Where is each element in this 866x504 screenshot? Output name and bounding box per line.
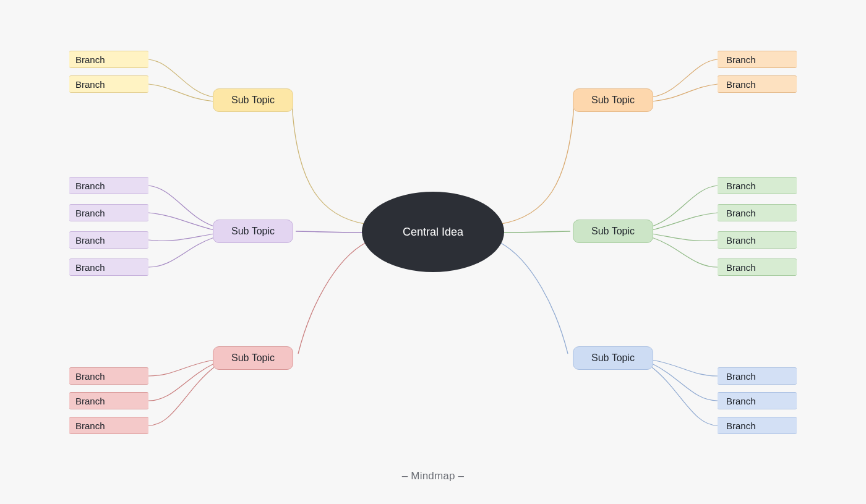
branch-node[interactable]: Branch (718, 51, 797, 68)
branch-node[interactable]: Branch (718, 204, 797, 221)
sub-topic-node[interactable]: Sub Topic (213, 88, 293, 112)
branch-node[interactable]: Branch (69, 392, 148, 409)
sub-topic-node[interactable]: Sub Topic (213, 220, 293, 243)
sub-topic-node[interactable]: Sub Topic (573, 346, 653, 370)
branch-node[interactable]: Branch (718, 75, 797, 93)
branch-node[interactable]: Branch (69, 51, 148, 68)
branch-node[interactable]: Branch (69, 177, 148, 194)
sub-topic-node[interactable]: Sub Topic (573, 88, 653, 112)
caption-label: – Mindmap – (0, 470, 866, 482)
branch-node[interactable]: Branch (718, 392, 797, 409)
branch-node[interactable]: Branch (718, 258, 797, 276)
branch-node[interactable]: Branch (69, 367, 148, 385)
branch-node[interactable]: Branch (69, 417, 148, 434)
branch-node[interactable]: Branch (718, 367, 797, 385)
branch-node[interactable]: Branch (69, 204, 148, 221)
branch-node[interactable]: Branch (69, 75, 148, 93)
branch-node[interactable]: Branch (718, 177, 797, 194)
central-idea-node[interactable]: Central Idea (362, 192, 504, 272)
branch-node[interactable]: Branch (69, 231, 148, 249)
sub-topic-node[interactable]: Sub Topic (213, 346, 293, 370)
branch-node[interactable]: Branch (69, 258, 148, 276)
branch-node[interactable]: Branch (718, 231, 797, 249)
branch-node[interactable]: Branch (718, 417, 797, 434)
sub-topic-node[interactable]: Sub Topic (573, 220, 653, 243)
